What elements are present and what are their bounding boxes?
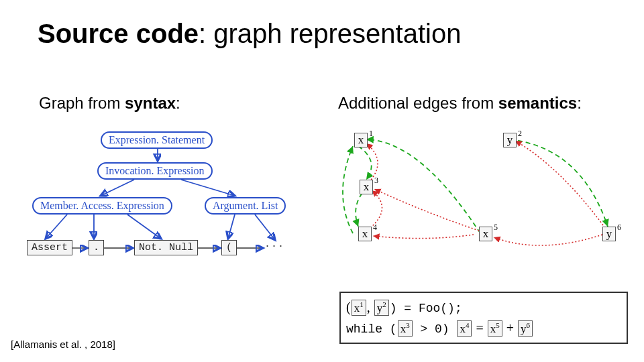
node-member-access: Member. Access. Expression	[32, 197, 172, 215]
box-y6: y6	[518, 320, 533, 336]
sup-x4: 4	[373, 223, 377, 233]
box-x4: x4	[457, 320, 472, 336]
box-y2: y2	[374, 300, 389, 315]
subheading-syntax: Graph from syntax:	[39, 94, 180, 113]
svg-line-1	[101, 180, 134, 196]
box-x5: x5	[488, 320, 502, 336]
code-line-1: (x1, y2) = Foo();	[346, 297, 621, 318]
code-l1a: (	[346, 300, 351, 314]
code-l2d: +	[503, 320, 517, 335]
code-line-2: while (x3 > 0) x4 = x5 + y6	[346, 318, 621, 339]
leaf-dot: .	[89, 240, 104, 255]
semantic-graph: x 1 y 2 x 3 x 4 x 5 y 6	[339, 127, 635, 275]
sup-x5: 5	[494, 223, 498, 233]
svg-line-5	[127, 215, 161, 239]
sup-y6: 6	[617, 223, 621, 233]
semantic-arrows	[339, 127, 635, 275]
leaf-assert: Assert	[27, 240, 72, 255]
slide-title: Source code: graph representation	[38, 19, 461, 49]
svg-line-3	[46, 215, 67, 239]
node-invocation: Invocation. Expression	[97, 162, 213, 180]
sub-left-bold: syntax	[125, 94, 176, 112]
sub-left-post: :	[176, 94, 180, 112]
syntax-tree: Expression. Statement Invocation. Expres…	[27, 131, 322, 306]
sub-right-bold: semantics	[498, 94, 577, 112]
node-arg-list: Argument. List	[205, 197, 286, 215]
node-x4: x	[358, 227, 372, 241]
svg-line-2	[181, 180, 235, 196]
node-x5: x	[479, 227, 492, 241]
node-x3: x	[360, 180, 373, 194]
sub-right-post: :	[577, 94, 582, 112]
code-l2a: while (	[346, 322, 397, 336]
node-y6: y	[602, 227, 616, 241]
sup-x3: 3	[374, 176, 378, 186]
leaf-paren: (	[221, 240, 237, 255]
node-y2: y	[503, 133, 517, 147]
code-l2b: > 0)	[413, 322, 457, 336]
sub-right-pre: Additional edges from	[338, 94, 498, 112]
svg-line-6	[228, 215, 235, 239]
leaf-notnull: Not. Null	[134, 240, 198, 255]
node-x1: x	[354, 133, 368, 147]
subheading-semantics: Additional edges from semantics:	[338, 94, 582, 113]
node-expr-stmt: Expression. Statement	[101, 131, 213, 149]
title-bold: Source code	[38, 19, 199, 48]
syntax-arrows	[27, 131, 322, 306]
code-l1c: ) = Foo();	[390, 302, 462, 315]
code-snippet: (x1, y2) = Foo(); while (x3 > 0) x4 = x5…	[339, 292, 628, 344]
title-rest: : graph representation	[199, 19, 461, 48]
sup-y2: 2	[518, 129, 522, 139]
code-l1b: ,	[367, 300, 370, 314]
sub-left-pre: Graph from	[39, 94, 125, 112]
citation: [Allamanis et al. , 2018]	[11, 339, 115, 350]
svg-line-7	[255, 215, 275, 240]
leaf-ellipsis: · · ·	[266, 239, 282, 253]
box-x3: x3	[398, 320, 413, 336]
sup-x1: 1	[369, 129, 373, 139]
box-x1: x1	[352, 300, 366, 315]
code-l2c: =	[472, 320, 486, 335]
